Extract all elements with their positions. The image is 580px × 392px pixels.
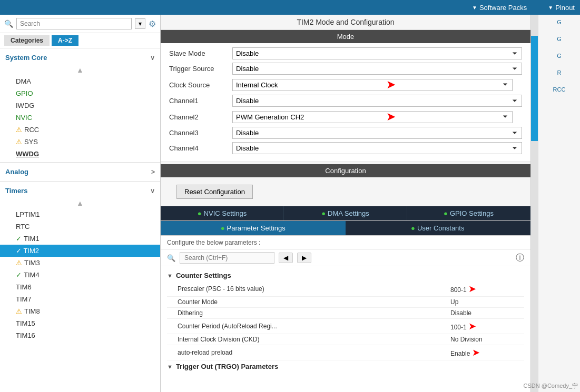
tab-gpio-settings[interactable]: ● GPIO Settings: [407, 206, 530, 220]
sidebar-item-gpio[interactable]: GPIO: [0, 87, 160, 99]
trigger-source-select[interactable]: Disable: [232, 63, 522, 75]
params-search-bar: 🔍 ◀ ▶ ⓘ: [161, 250, 530, 266]
analog-header[interactable]: Analog >: [0, 165, 160, 179]
tim4-label: TIM4: [24, 271, 40, 279]
slave-mode-select[interactable]: Disable: [232, 47, 522, 59]
collapse-icon: ∨: [150, 54, 155, 62]
software-packs-btn[interactable]: ▼ Software Packs: [472, 4, 527, 12]
sidebar-item-tim7[interactable]: TIM7: [0, 293, 160, 305]
sidebar-item-tim8[interactable]: ⚠ TIM8: [0, 305, 160, 317]
tab-parameter-settings[interactable]: ● Parameter Settings: [161, 221, 346, 235]
user-constants-label: User Constants: [417, 224, 465, 232]
far-right-item-g2[interactable]: G: [540, 36, 578, 42]
check-icon-tim2: ✓: [16, 247, 22, 255]
trigger-out-header[interactable]: ▼ Trigger Out (TRGO) Parameters: [167, 360, 524, 373]
tab-dma-settings[interactable]: ● DMA Settings: [284, 206, 407, 220]
param-row-prescaler: Prescaler (PSC - 16 bits value) 800-1 ➤: [167, 282, 524, 297]
sidebar-item-tim6[interactable]: TIM6: [0, 281, 160, 293]
top-bar: ▼ Software Packs ▼ Pinout: [0, 0, 580, 15]
system-core-header[interactable]: System Core ∨: [0, 51, 160, 65]
reset-config-button[interactable]: Reset Configuration: [176, 185, 253, 199]
tab-user-constants[interactable]: ● User Constants: [346, 221, 531, 235]
counter-mode-name: Counter Mode: [178, 298, 450, 306]
params-search-icon: 🔍: [167, 254, 175, 262]
divider-2: [0, 181, 160, 182]
search-icon: 🔍: [4, 19, 13, 28]
channel2-select[interactable]: PWM Generation CH2: [232, 111, 513, 123]
software-packs-label: Software Packs: [479, 4, 527, 12]
analog-label: Analog: [5, 168, 28, 176]
trigger-out-label: Trigger Out (TRGO) Parameters: [176, 363, 278, 370]
trigger-chevron: ▼: [167, 364, 173, 370]
sidebar-item-tim15[interactable]: TIM15: [0, 317, 160, 329]
channel3-select[interactable]: Disable: [232, 127, 522, 139]
mode-row-clock: Clock Source Internal Clock ➤: [169, 78, 522, 92]
center-panel: TIM2 Mode and Configuration Mode Slave M…: [161, 15, 530, 392]
params-area: Configure the below parameters : 🔍 ◀ ▶ ⓘ…: [161, 236, 530, 392]
sidebar-item-tim1[interactable]: ✓ TIM1: [0, 233, 160, 245]
far-right-item-g1[interactable]: G: [540, 19, 578, 25]
check-gpio: ●: [444, 209, 448, 217]
param-row-counter-period: Counter Period (AutoReload Regi... 100-1…: [167, 319, 524, 334]
tab-az[interactable]: A->Z: [52, 35, 78, 46]
param-row-ckd: Internal Clock Division (CKD) No Divisio…: [167, 334, 524, 345]
pinout-btn[interactable]: ▼ Pinout: [548, 4, 575, 12]
check-param: ●: [221, 224, 225, 232]
dma-settings-label: DMA Settings: [328, 209, 369, 217]
prescaler-name: Prescaler (PSC - 16 bits value): [178, 285, 450, 293]
arrow-prescaler: ➤: [468, 284, 476, 294]
mode-row-ch1: Channel1 Disable: [169, 95, 522, 107]
sidebar-item-tim2[interactable]: ✓ TIM2: [0, 245, 160, 257]
far-right-panel: G G G R RCC: [538, 15, 580, 392]
panel-title: TIM2 Mode and Configuration: [161, 15, 530, 30]
timers-header[interactable]: Timers ∨: [0, 184, 160, 198]
counter-chevron: ▼: [167, 273, 173, 279]
nav-next-btn[interactable]: ▶: [297, 253, 311, 263]
arrow-period: ➤: [468, 321, 476, 331]
channel4-select[interactable]: Disable: [232, 142, 522, 154]
slave-mode-label: Slave Mode: [169, 49, 232, 57]
counter-settings-header[interactable]: ▼ Counter Settings: [167, 269, 524, 282]
search-input[interactable]: [16, 18, 132, 29]
sidebar-item-iwdg[interactable]: IWDG: [0, 99, 160, 112]
sidebar: 🔍 ▾ ⚙ Categories A->Z System Core ∨ ▲ DM…: [0, 15, 161, 392]
params-search-input[interactable]: [180, 252, 274, 264]
param-row-dithering: Dithering Disable: [167, 308, 524, 319]
channel2-label: Channel2: [169, 113, 232, 121]
sidebar-item-sys[interactable]: ⚠ SYS: [0, 136, 160, 148]
sidebar-item-tim3[interactable]: ⚠ TIM3: [0, 257, 160, 269]
dithering-value: Disable: [450, 309, 524, 317]
rcc-label: RCC: [24, 126, 39, 134]
counter-mode-value: Up: [450, 298, 524, 306]
sidebar-item-dma[interactable]: DMA: [0, 75, 160, 87]
counter-settings-label: Counter Settings: [176, 272, 231, 279]
sidebar-item-nvic[interactable]: NVIC: [0, 112, 160, 124]
search-dropdown-btn[interactable]: ▾: [135, 18, 145, 29]
sidebar-item-wwdg[interactable]: WWDG: [0, 148, 160, 160]
parameter-settings-label: Parameter Settings: [227, 224, 286, 232]
mode-row-ch4: Channel4 Disable: [169, 142, 522, 154]
sidebar-item-tim4[interactable]: ✓ TIM4: [0, 269, 160, 281]
mode-row-trigger: Trigger Source Disable: [169, 63, 522, 75]
far-right-item-rcc[interactable]: RCC: [540, 86, 578, 93]
tab-nvic-settings[interactable]: ● NVIC Settings: [161, 206, 284, 220]
far-right-item-r[interactable]: R: [540, 69, 578, 76]
sort-up-icon: ▲: [0, 65, 160, 75]
clock-source-select[interactable]: Internal Clock: [232, 79, 513, 91]
prescaler-value: 800-1 ➤: [450, 283, 524, 295]
info-icon[interactable]: ⓘ: [516, 253, 524, 264]
watermark: CSDN @Comedy_宁: [524, 382, 578, 390]
sidebar-item-rcc[interactable]: ⚠ RCC: [0, 124, 160, 136]
nav-prev-btn[interactable]: ◀: [279, 253, 293, 263]
right-scrollbar[interactable]: [530, 15, 538, 392]
sidebar-item-lptim1[interactable]: LPTIM1: [0, 208, 160, 220]
clock-source-label: Clock Source: [169, 81, 232, 89]
gpio-settings-label: GPIO Settings: [450, 209, 494, 217]
far-right-item-g3[interactable]: G: [540, 53, 578, 59]
ckd-name: Internal Clock Division (CKD): [178, 336, 450, 343]
sidebar-item-tim16[interactable]: TIM16: [0, 329, 160, 341]
sidebar-item-rtc[interactable]: RTC: [0, 220, 160, 233]
gear-icon[interactable]: ⚙: [149, 19, 156, 29]
tab-categories[interactable]: Categories: [4, 35, 50, 46]
channel1-select[interactable]: Disable: [232, 95, 522, 107]
